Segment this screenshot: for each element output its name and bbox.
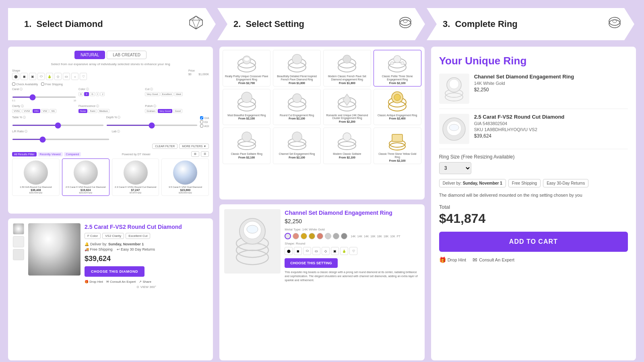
color-i[interactable]: I <box>96 92 100 96</box>
color-f[interactable]: F <box>84 92 89 96</box>
ring-size-select[interactable]: 3 3.5 4 4.5 5 5.5 6 7 8 <box>439 162 471 174</box>
shape-marquise[interactable]: ◇ <box>54 73 62 80</box>
compared-tab[interactable]: Compared <box>64 152 81 156</box>
shape-opt-6[interactable]: ▣ <box>331 247 339 255</box>
consult-link[interactable]: ✉ Consult An Expert <box>106 280 136 284</box>
shape-round[interactable]: ⬤ <box>12 73 19 80</box>
step-1[interactable]: 1. Select Diamond <box>8 8 216 40</box>
metal-gray2[interactable] <box>341 233 347 239</box>
pol-vg[interactable]: Very Good <box>158 109 172 113</box>
choose-diamond-btn[interactable]: CHOOSE THIS DIAMOND <box>85 266 144 277</box>
flu-none[interactable]: None <box>78 109 87 113</box>
shipping-checkbox[interactable] <box>41 82 44 86</box>
ring-item-9[interactable]: Classic Pave Solitaire Ring From $2,100 <box>223 128 270 164</box>
shape-heart[interactable]: ♡ <box>80 73 87 80</box>
metal-yellow2[interactable] <box>309 233 315 239</box>
svg-point-12 <box>244 57 250 61</box>
metal-white2[interactable] <box>325 233 331 239</box>
recently-viewed-tab[interactable]: Recently Viewed <box>38 152 63 156</box>
pol-ex[interactable]: Good <box>173 109 182 113</box>
ring-item-1[interactable]: Really Pretty Unique Crossover Pave Enga… <box>223 50 270 86</box>
list-view-btn[interactable]: ☰ <box>201 151 209 157</box>
shipping-text: 🚚 Free Shipping <box>85 247 113 251</box>
more-filters-btn[interactable]: MORE FILTERS ▼ <box>179 144 209 149</box>
shape-opt-1[interactable]: ⬤ <box>285 247 293 255</box>
availability-checkbox[interactable] <box>12 82 15 86</box>
ring-item-4[interactable]: Classic Petite Three Stone Engagement Ri… <box>374 50 421 86</box>
ring-item-6[interactable]: Round Cut Engagement Ring From $2,100 <box>273 89 321 125</box>
lab-created-tab[interactable]: LAB CREATED <box>107 51 147 59</box>
thumb-1[interactable] <box>13 223 24 234</box>
shape-opt-3[interactable]: ⬭ <box>303 247 311 255</box>
clarity-vvs2[interactable]: VVS2 <box>22 109 31 113</box>
clarity-vs2[interactable]: VS2 <box>41 109 49 113</box>
clarity-si1[interactable]: SI1 <box>50 109 56 113</box>
flu-medium[interactable]: Medium <box>98 109 109 113</box>
pol-good[interactable]: Graham <box>145 109 157 113</box>
metal-rose[interactable] <box>293 233 299 239</box>
ring-item-3[interactable]: Modern Classic French Pave Set Diamond e… <box>323 50 371 86</box>
cut-e[interactable]: Excellent <box>161 92 173 96</box>
carat-range[interactable] <box>12 97 76 98</box>
ring-item-5[interactable]: Most Beautiful Engagement Ring From $2,1… <box>223 89 270 125</box>
drop-hint-action[interactable]: 🎁 Drop Hint <box>439 257 466 263</box>
gia-checkbox[interactable] <box>200 116 203 119</box>
natural-tab[interactable]: NATURAL <box>74 51 105 59</box>
svg-point-8 <box>613 20 617 23</box>
shape-opt-8[interactable]: ♡ <box>349 247 357 255</box>
color-g[interactable]: G <box>90 92 95 96</box>
step-2[interactable]: 2. Select Setting <box>217 8 425 40</box>
step-3[interactable]: 3. Complete Ring <box>427 8 634 40</box>
metal-rose2[interactable] <box>317 233 323 239</box>
shape-opt-5[interactable]: ◇ <box>322 247 330 255</box>
diamond-item-2[interactable]: 2.5 Carat F-VS2 Round Cut Diamond $19,62… <box>62 158 109 196</box>
ring-item-12[interactable]: Classic Three Stone Yellow Gold Ring Fro… <box>374 128 421 164</box>
cut-vg[interactable]: Very Good <box>145 92 159 96</box>
add-to-cart-button[interactable]: ADD TO CART <box>439 232 628 252</box>
ring-item-7[interactable]: Romantic and Unique 24K Diamond Cluster … <box>323 89 371 125</box>
ring-item-2[interactable]: Beautifully Detailed Floral Inspired Fre… <box>273 50 321 86</box>
shape-opt-7[interactable]: 🍐 <box>340 247 348 255</box>
shape-opt-2[interactable]: ◼ <box>294 247 302 255</box>
ring-item-8[interactable]: Classic Antique Engagement Ring From $2,… <box>374 89 421 125</box>
thumb-2[interactable] <box>13 236 24 247</box>
table-range[interactable] <box>12 125 104 126</box>
diamond-item-1[interactable]: 1.50 GIA Round Cut Diamond $36,408 $39,4… <box>12 158 60 196</box>
grid-view-btn[interactable]: ⊞ <box>191 151 199 157</box>
flu-faint[interactable]: Faint <box>88 109 97 113</box>
depth-range[interactable] <box>106 125 198 126</box>
shape-radiant[interactable]: ⬦ <box>71 73 78 80</box>
drop-hint-link[interactable]: 🎁 Drop Hint <box>85 280 103 284</box>
diamond-item-3[interactable]: 2.3 Carat F-VVS1 Round Cut Diamond $7,24… <box>112 158 159 196</box>
igi-checkbox[interactable] <box>200 120 203 123</box>
shape-princess[interactable]: ◼ <box>21 73 28 80</box>
metal-gray[interactable] <box>333 233 339 239</box>
consult-expert-action[interactable]: ✉ Consult An Expert <box>473 257 514 263</box>
clarity-vvs1[interactable]: VVS1 <box>12 109 21 113</box>
color-d[interactable]: D <box>78 92 83 96</box>
shape-pear[interactable]: 🍐 <box>46 73 53 80</box>
results-header: All Results Filter Recently Viewed Compa… <box>12 151 209 157</box>
shape-cushion[interactable]: ▣ <box>29 73 36 80</box>
shape-oval[interactable]: ⬭ <box>37 73 45 80</box>
cut-id[interactable]: Ideal <box>174 92 183 96</box>
metal-white[interactable] <box>285 233 291 239</box>
metal-yellow[interactable] <box>301 233 307 239</box>
ring-price-9: From $2,100 <box>225 156 268 159</box>
ring-detail-info: Channel Set Diamond Engagement Ring $2,2… <box>285 209 419 356</box>
diamond-item-4[interactable]: 3.5 Carat F-VS2 Oval Diamond $23,660 $25… <box>161 158 209 196</box>
clear-filter-btn[interactable]: CLEAR FILTER <box>152 144 178 149</box>
share-link[interactable]: ↗ Share <box>139 280 151 284</box>
ring-item-11[interactable]: Modern Classic Solitaire From $2,100 <box>323 128 371 164</box>
shape-emerald[interactable]: ▭ <box>63 73 70 80</box>
view-360[interactable]: ⊙ VIEW 360° <box>85 285 208 289</box>
color-j[interactable]: J <box>100 92 105 96</box>
agi-checkbox[interactable] <box>200 124 203 128</box>
ring-item-10[interactable]: Channel Set Engagement Ring From $2,100 <box>273 128 321 164</box>
clarity-vs1[interactable]: VS1 <box>33 109 40 113</box>
lr-range[interactable] <box>12 139 109 140</box>
all-results-tab[interactable]: All Results Filter <box>12 152 37 156</box>
choose-setting-btn[interactable]: CHOOSE THIS SETTING <box>285 258 338 268</box>
shape-opt-4[interactable]: ▭ <box>312 247 320 255</box>
thumb-3[interactable] <box>13 249 24 260</box>
